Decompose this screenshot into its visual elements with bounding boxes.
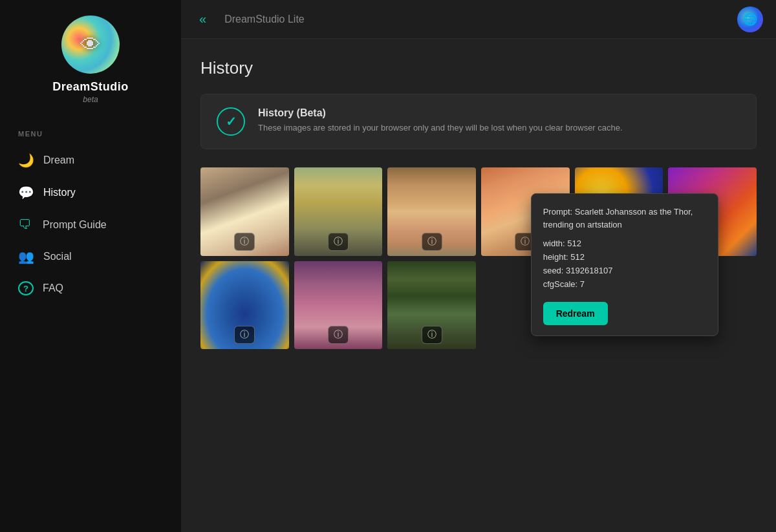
app-name: DreamStudio: [52, 80, 129, 94]
sidebar-item-faq[interactable]: ? FAQ: [0, 273, 181, 304]
popup-height-row: height: 512: [543, 252, 706, 262]
logo-image: 👁: [61, 16, 120, 74]
social-icon: 👥: [18, 249, 34, 264]
image-cell-8: ⓘ: [294, 261, 383, 350]
image-cell-1: ⓘ: [200, 167, 289, 256]
banner-description: These images are stored in your browser …: [258, 122, 740, 134]
banner-text-group: History (Beta) These images are stored i…: [258, 107, 740, 134]
info-button-7[interactable]: ⓘ: [234, 326, 255, 344]
sidebar-item-dream[interactable]: 🌙 Dream: [0, 144, 181, 176]
page-title: History: [200, 58, 757, 78]
sidebar-item-label-prompt-guide: Prompt Guide: [43, 219, 107, 231]
prompt-guide-icon: 🗨: [18, 217, 34, 232]
popup-cfg-label: cfgScale:: [543, 279, 577, 289]
popup-width-row: width: 512: [543, 239, 706, 248]
image-cell-4: ⓘ Prompt: Scarlett Johansson as the Thor…: [481, 167, 570, 256]
menu-label: MENU: [0, 117, 181, 144]
sidebar-item-history[interactable]: 💬 History: [0, 176, 181, 209]
image-cell-3: ⓘ: [387, 167, 476, 256]
app-subtitle: beta: [83, 95, 98, 104]
popup-height-value: 512: [570, 252, 585, 262]
user-avatar[interactable]: 🌐: [737, 6, 763, 32]
info-button-2[interactable]: ⓘ: [328, 233, 349, 251]
info-button-1[interactable]: ⓘ: [234, 233, 255, 251]
image-info-popup: Prompt: Scarlett Johansson as the Thor, …: [531, 193, 718, 336]
sidebar-item-label-social: Social: [43, 251, 72, 262]
popup-height-label: height:: [543, 252, 568, 262]
info-banner: History (Beta) These images are stored i…: [200, 94, 757, 149]
info-button-3[interactable]: ⓘ: [422, 233, 442, 251]
sidebar-item-label-dream: Dream: [43, 154, 74, 166]
history-icon: 💬: [18, 185, 34, 200]
sidebar-item-label-history: History: [43, 187, 76, 198]
header-title: DreamStudio Lite: [224, 14, 737, 25]
popup-prompt-text: Prompt: Scarlett Johansson as the Thor, …: [543, 206, 706, 231]
popup-prompt-label: Prompt:: [543, 207, 575, 217]
redream-button[interactable]: Redream: [543, 302, 608, 325]
popup-width-value: 512: [567, 239, 581, 248]
faq-icon: ?: [18, 281, 34, 295]
logo-area: 👁 DreamStudio beta: [0, 0, 181, 117]
info-button-9[interactable]: ⓘ: [422, 326, 442, 344]
banner-title: History (Beta): [258, 107, 740, 119]
image-cell-9: ⓘ: [387, 261, 476, 350]
popup-seed-label: seed:: [543, 266, 564, 275]
popup-seed-value: 3192618107: [566, 266, 612, 275]
image-cell-2: ⓘ: [294, 167, 383, 256]
image-cell-7: ⓘ: [200, 261, 289, 350]
sidebar: 👁 DreamStudio beta MENU 🌙 Dream 💬 Histor…: [0, 0, 181, 532]
info-button-8[interactable]: ⓘ: [328, 326, 349, 344]
popup-cfg-row: cfgScale: 7: [543, 279, 706, 289]
header: « DreamStudio Lite 🌐: [181, 0, 776, 39]
dream-icon: 🌙: [18, 153, 34, 168]
main-content: History History (Beta) These images are …: [181, 39, 776, 532]
logo-eye-icon: 👁: [80, 33, 101, 57]
popup-seed-row: seed: 3192618107: [543, 266, 706, 275]
sidebar-item-prompt-guide[interactable]: 🗨 Prompt Guide: [0, 209, 181, 240]
popup-cfg-value: 7: [580, 279, 585, 289]
sidebar-item-social[interactable]: 👥 Social: [0, 240, 181, 273]
popup-width-label: width:: [543, 239, 565, 248]
collapse-sidebar-button[interactable]: «: [194, 9, 211, 29]
check-icon: [217, 107, 245, 136]
sidebar-item-label-faq: FAQ: [43, 282, 63, 294]
image-grid-row-1: ⓘ ⓘ ⓘ ⓘ Prompt: Scarlett Johansson as th…: [200, 167, 757, 256]
